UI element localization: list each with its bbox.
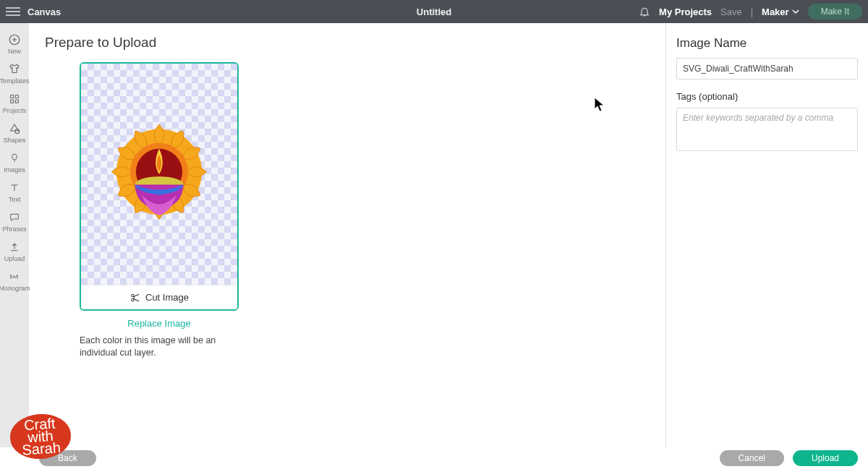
rail-templates[interactable]: Templates	[0, 59, 29, 88]
grid-icon	[8, 92, 21, 106]
svg-rect-1	[11, 95, 14, 98]
scissors-icon	[129, 293, 141, 303]
rail-images[interactable]: Images	[0, 147, 29, 177]
my-projects-link[interactable]: My Projects	[659, 7, 712, 17]
diwali-diya-image	[101, 114, 217, 230]
rail-shapes[interactable]: Shapes	[0, 118, 29, 147]
cancel-button[interactable]: Cancel	[720, 450, 784, 466]
menu-icon[interactable]	[6, 4, 20, 19]
image-card[interactable]: Cut Image	[80, 62, 239, 311]
rail-text[interactable]: Text	[0, 177, 29, 207]
chat-icon	[8, 211, 21, 224]
svg-point-6	[12, 154, 17, 160]
bell-icon[interactable]	[639, 6, 650, 17]
svg-rect-4	[15, 100, 18, 103]
image-name-input[interactable]	[676, 58, 858, 79]
balloon-icon	[8, 152, 21, 165]
tshirt-icon	[8, 63, 21, 76]
cursor-icon	[594, 97, 607, 113]
tool-rail: New Templates Projects Shapes Images Tex…	[0, 23, 29, 447]
upload-icon	[8, 241, 21, 254]
topbar-right: My Projects Save | Maker Make It	[639, 4, 862, 20]
rail-label: Monogram	[0, 285, 30, 292]
rail-phrases[interactable]: Phrases	[0, 207, 29, 236]
rail-label: Images	[4, 166, 25, 173]
shapes-icon	[8, 122, 21, 135]
cut-image-label: Cut Image	[145, 292, 189, 303]
svg-rect-3	[11, 100, 14, 103]
top-bar: Canvas Untitled My Projects Save | Maker…	[0, 0, 868, 23]
rail-label: Templates	[0, 77, 30, 85]
layer-note: Each color in this image will be an indi…	[80, 335, 239, 359]
tags-input[interactable]	[676, 108, 858, 151]
rail-label: Phrases	[2, 225, 26, 233]
watermark-text: Craft with Sarah	[9, 416, 72, 457]
app-name: Canvas	[27, 7, 61, 17]
separator: |	[751, 7, 753, 17]
image-name-heading: Image Name	[676, 36, 858, 51]
cut-image-row[interactable]: Cut Image	[81, 285, 237, 309]
replace-image-link[interactable]: Replace Image	[80, 318, 239, 329]
make-it-button[interactable]: Make It	[808, 4, 862, 20]
page-title: Prepare to Upload	[45, 35, 650, 51]
chevron-down-icon	[792, 8, 799, 15]
doc-title[interactable]: Untitled	[417, 7, 451, 17]
tags-heading: Tags (optional)	[676, 91, 858, 102]
rail-label: New	[8, 48, 21, 55]
rail-label: Projects	[3, 107, 27, 114]
plus-circle-icon	[8, 33, 21, 46]
rail-label: Text	[9, 196, 21, 203]
transparency-preview	[81, 64, 237, 285]
svg-point-5	[15, 129, 20, 134]
text-icon	[8, 181, 21, 194]
monogram-icon	[8, 270, 21, 283]
rail-upload[interactable]: Upload	[0, 236, 29, 266]
rail-label: Shapes	[4, 137, 26, 144]
rail-new[interactable]: New	[0, 29, 29, 59]
preview-wrap: Cut Image Replace Image Each color in th…	[80, 62, 239, 359]
footer-bar: Back Cancel Upload	[0, 447, 868, 469]
right-panel: Image Name Tags (optional)	[665, 23, 868, 447]
svg-rect-2	[15, 95, 18, 98]
machine-label: Maker	[762, 7, 789, 17]
upload-button[interactable]: Upload	[793, 450, 858, 466]
main-content: Prepare to Upload	[29, 23, 665, 447]
rail-projects[interactable]: Projects	[0, 88, 29, 118]
save-button: Save	[720, 7, 742, 17]
machine-selector[interactable]: Maker	[762, 7, 799, 17]
rail-label: Upload	[4, 255, 25, 262]
rail-monogram[interactable]: Monogram	[0, 266, 29, 296]
